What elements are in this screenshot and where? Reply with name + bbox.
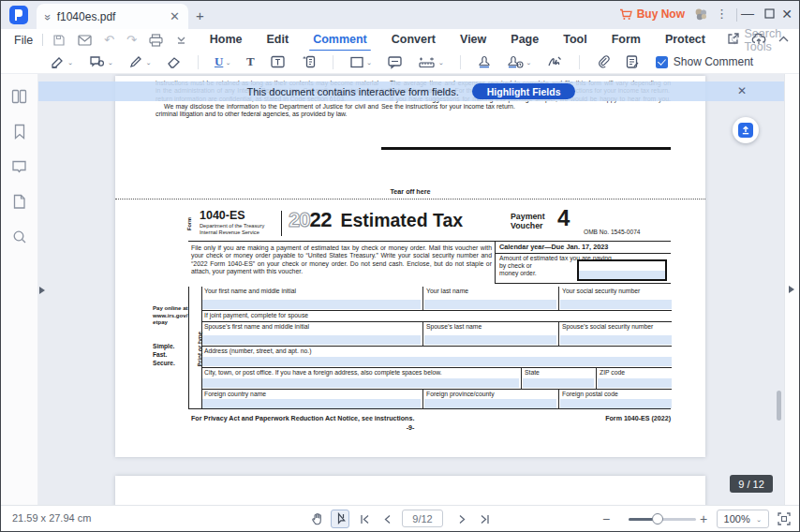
- hand-tool-button[interactable]: [308, 510, 327, 528]
- bookmark-panel-icon[interactable]: [13, 124, 26, 140]
- amount-input-field[interactable]: [577, 259, 667, 281]
- cart-icon: [619, 8, 632, 21]
- measure-tool[interactable]: ⌄: [415, 53, 447, 70]
- toolbar-divider: [333, 55, 333, 69]
- ssn-input[interactable]: [560, 300, 672, 309]
- window-maximize-button[interactable]: [764, 8, 775, 19]
- highlight-tool[interactable]: ⌄: [47, 52, 77, 71]
- previous-page-button[interactable]: [378, 510, 396, 528]
- pdf-page-10[interactable]: [115, 476, 705, 505]
- cloud-upload-icon[interactable]: [751, 33, 766, 45]
- address-input[interactable]: [202, 357, 672, 366]
- pencil-tool[interactable]: ⌄: [126, 52, 155, 71]
- next-page-button[interactable]: [452, 510, 471, 528]
- foreign-country-input[interactable]: [202, 399, 421, 408]
- last-page-button[interactable]: [475, 510, 494, 528]
- comment-summary-tool[interactable]: [622, 52, 643, 71]
- zoom-level-select[interactable]: 100% ⌄: [717, 510, 769, 528]
- fit-screen-button[interactable]: [775, 510, 793, 528]
- eraser-tool[interactable]: [164, 53, 185, 71]
- signature-tool[interactable]: [544, 52, 566, 71]
- text-box-tool[interactable]: [267, 52, 289, 71]
- menu-protect[interactable]: Protect: [665, 30, 705, 50]
- save-icon[interactable]: [52, 34, 66, 47]
- attachment-panel-icon[interactable]: [12, 194, 26, 210]
- pdf-page-9[interactable]: instructions must be retained as long as…: [115, 76, 705, 457]
- form-footer: Form 1040-ES (2022): [546, 415, 671, 422]
- menu-tool[interactable]: Tool: [563, 30, 586, 50]
- new-tab-button[interactable]: +: [196, 7, 204, 23]
- field-label: Spouse’s last name: [423, 322, 558, 330]
- add-text-tool[interactable]: T: [244, 52, 258, 71]
- print-icon[interactable]: [149, 34, 163, 47]
- toolbar-divider: [579, 55, 580, 69]
- upload-floating-button[interactable]: [733, 117, 759, 143]
- menu-convert[interactable]: Convert: [392, 30, 436, 50]
- last-name-input[interactable]: [424, 300, 556, 309]
- thumbnail-panel-icon[interactable]: [11, 89, 27, 104]
- notification-close-icon[interactable]: ✕: [737, 84, 747, 97]
- typewriter-tool[interactable]: [298, 52, 319, 71]
- spouse-last-name-input[interactable]: [424, 335, 556, 345]
- zoom-slider[interactable]: [629, 518, 696, 521]
- field-label: Foreign postal code: [559, 390, 672, 397]
- search-panel-icon[interactable]: [12, 229, 27, 244]
- buy-now-button[interactable]: Buy Now: [619, 7, 685, 21]
- text-comment-tool[interactable]: [384, 53, 406, 71]
- zoom-slider-thumb[interactable]: [652, 513, 663, 525]
- tab-close-icon[interactable]: ✕: [170, 9, 180, 23]
- page-number-input[interactable]: [402, 510, 443, 527]
- expand-left-panel-icon[interactable]: [39, 287, 45, 294]
- quick-access-more-icon[interactable]: [175, 34, 187, 46]
- zoom-in-button[interactable]: +: [694, 510, 713, 528]
- field-label: Spouse’s first name and middle initial: [201, 322, 422, 330]
- first-name-input[interactable]: [202, 300, 421, 309]
- menu-comment[interactable]: Comment: [313, 30, 367, 50]
- menu-home[interactable]: Home: [210, 30, 243, 50]
- undo-icon[interactable]: ↶: [104, 33, 114, 47]
- underline-tool[interactable]: U⌄: [212, 52, 234, 71]
- document-tab[interactable]: » f1040es.pdf ✕: [37, 4, 188, 29]
- menu-page[interactable]: Page: [511, 30, 539, 50]
- foreign-postal-input[interactable]: [560, 399, 672, 408]
- document-viewport[interactable]: instructions must be retained as long as…: [38, 74, 784, 505]
- stamp-tool[interactable]: [474, 52, 495, 71]
- comment-toolbar: ⌄ ⌄ ⌄ U⌄ T ⌄ ⌄: [1, 51, 799, 74]
- menu-view[interactable]: View: [460, 30, 486, 50]
- note-pencil-icon: [89, 54, 106, 69]
- first-page-button[interactable]: [355, 510, 374, 528]
- shape-tool[interactable]: ⌄: [347, 53, 376, 71]
- expand-right-panel-icon[interactable]: [789, 286, 794, 293]
- voucher-number: 4: [557, 205, 570, 231]
- tab-chevrons-icon[interactable]: »: [41, 14, 54, 20]
- redo-icon[interactable]: ↷: [126, 33, 137, 47]
- foreign-province-input[interactable]: [424, 399, 556, 408]
- zip-input[interactable]: [598, 378, 672, 388]
- show-comment-checkbox[interactable]: [656, 56, 668, 68]
- window-minimize-button[interactable]: —: [741, 6, 754, 21]
- select-tool-button[interactable]: [331, 510, 349, 528]
- collapse-toolbar-icon[interactable]: [778, 35, 790, 43]
- state-input[interactable]: [523, 378, 594, 388]
- email-icon[interactable]: [78, 35, 92, 46]
- privacy-notice: For Privacy Act and Paperwork Reduction …: [191, 415, 414, 422]
- window-close-button[interactable]: ✕: [781, 7, 793, 22]
- zoom-out-button[interactable]: −: [597, 510, 615, 528]
- titlebar-divider: [736, 8, 737, 22]
- menu-form[interactable]: Form: [612, 30, 641, 50]
- attachment-tool[interactable]: [593, 52, 613, 71]
- custom-stamp-tool[interactable]: ⌄: [504, 52, 535, 71]
- comment-panel-icon[interactable]: [11, 159, 27, 174]
- share-icon[interactable]: [727, 32, 740, 45]
- promo-badge-icon[interactable]: [693, 7, 709, 22]
- comment-pencil-tool[interactable]: ⌄: [86, 52, 117, 71]
- menu-edit[interactable]: Edit: [267, 30, 289, 50]
- show-comment-toggle[interactable]: Show Comment: [656, 55, 753, 68]
- spouse-first-name-input[interactable]: [202, 335, 421, 345]
- menu-file[interactable]: File: [14, 34, 33, 47]
- city-input[interactable]: [202, 378, 519, 388]
- highlight-fields-button[interactable]: Highlight Fields: [472, 83, 576, 99]
- vertical-scrollbar[interactable]: [777, 391, 781, 421]
- more-menu-icon[interactable]: ⋮: [716, 7, 728, 21]
- spouse-ssn-input[interactable]: [560, 335, 672, 345]
